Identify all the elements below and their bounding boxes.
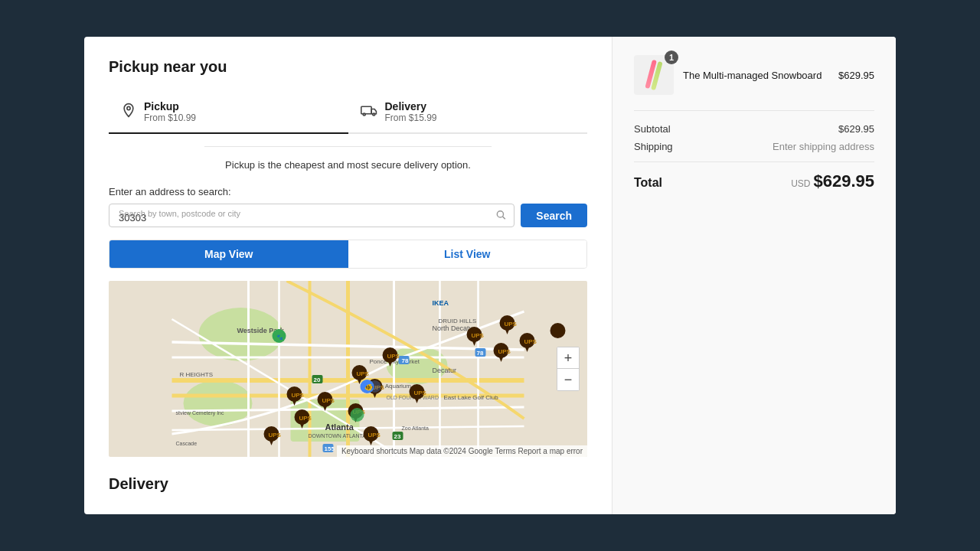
total-label: Total [634, 176, 662, 190]
svg-text:UPS: UPS [292, 392, 305, 399]
svg-text:155: 155 [325, 445, 335, 452]
svg-text:East Lake Golf Club: East Lake Golf Club [444, 394, 499, 401]
map-footer: Keyboard shortcuts Map data ©2024 Google… [337, 445, 587, 457]
delivery-label: Delivery [385, 100, 437, 112]
delivery-options: Pickup From $10.99 Delivery From $15.99 [109, 91, 587, 134]
pickup-option[interactable]: Pickup From $10.99 [109, 91, 348, 134]
list-view-tab[interactable]: List View [348, 240, 587, 268]
order-summary: Subtotal $629.95 Shipping Enter shipping… [634, 110, 874, 191]
svg-text:UPS: UPS [368, 432, 381, 439]
zoom-out-button[interactable]: − [557, 369, 579, 390]
map-svg: Westside Park North Decatur Decatur R HE… [109, 281, 587, 457]
svg-text:UPS: UPS [299, 415, 312, 422]
svg-text:Decatur: Decatur [433, 367, 457, 374]
main-container: Pickup near you Pickup From $10.99 [84, 37, 896, 514]
svg-text:DOWNTOWN ATLANTA: DOWNTOWN ATLANTA [309, 433, 367, 439]
total-currency: USD [791, 178, 810, 189]
search-row: Search by town, postcode or city Search [109, 204, 587, 227]
svg-text:78: 78 [477, 350, 484, 357]
svg-text:23: 23 [394, 433, 401, 440]
svg-text:🐠: 🐠 [364, 383, 374, 392]
svg-text:20: 20 [314, 377, 321, 383]
pickup-icon [121, 103, 136, 122]
search-icon [495, 209, 506, 222]
delivery-icon [361, 103, 377, 122]
svg-point-83 [351, 408, 364, 422]
svg-point-46 [550, 323, 566, 338]
svg-text:DRUID HILLS: DRUID HILLS [439, 318, 477, 324]
pickup-option-text: Pickup From $10.99 [144, 100, 196, 123]
svg-line-5 [503, 217, 505, 219]
svg-text:Atlanta: Atlanta [325, 422, 354, 432]
info-text: Pickup is the cheapest and most secure d… [109, 159, 587, 171]
svg-text:Zoo Atlanta: Zoo Atlanta [402, 425, 430, 431]
address-label: Enter an address to search: [109, 186, 587, 197]
page-title: Pickup near you [109, 58, 587, 76]
svg-point-0 [127, 106, 130, 109]
svg-text:UPS: UPS [414, 390, 427, 396]
item-image-wrapper: 1 [634, 55, 674, 95]
subtotal-value: $629.95 [838, 123, 874, 135]
right-panel: 1 The Multi-managed Snowboard $629.95 Su… [612, 37, 896, 514]
svg-text:R HEIGHTS: R HEIGHTS [180, 371, 214, 378]
svg-point-4 [498, 210, 504, 217]
svg-text:UPS: UPS [505, 321, 518, 328]
order-item: 1 The Multi-managed Snowboard $629.95 [634, 55, 874, 95]
pickup-label: Pickup [144, 100, 196, 112]
svg-text:UPS: UPS [387, 353, 400, 360]
item-name: The Multi-managed Snowboard [683, 70, 829, 81]
zoom-in-button[interactable]: + [557, 347, 579, 369]
svg-text:UPS: UPS [322, 397, 335, 404]
svg-rect-1 [361, 106, 371, 113]
map-container: Westside Park North Decatur Decatur R HE… [109, 281, 587, 457]
delivery-price: From $15.99 [385, 112, 437, 123]
divider [204, 146, 492, 147]
delivery-option[interactable]: Delivery From $15.99 [348, 91, 588, 134]
svg-text:UPS: UPS [472, 332, 485, 339]
total-amount: $629.95 [813, 171, 874, 191]
item-price: $629.95 [838, 70, 874, 81]
snowboard-illustration [645, 60, 662, 90]
total-value-wrapper: USD $629.95 [791, 171, 874, 191]
total-row: Total USD $629.95 [634, 161, 874, 191]
shipping-value: Enter shipping address [773, 141, 874, 152]
item-quantity-badge: 1 [665, 51, 678, 64]
map-controls: + − [557, 347, 580, 391]
search-button[interactable]: Search [521, 204, 587, 227]
subtotal-label: Subtotal [634, 123, 671, 135]
svg-text:stview Cemetery Inc: stview Cemetery Inc [176, 410, 225, 416]
svg-text:UPS: UPS [524, 338, 537, 345]
delivery-section-title: Delivery [109, 475, 587, 493]
map-view-tab[interactable]: Map View [109, 240, 348, 268]
delivery-option-text: Delivery From $15.99 [385, 100, 437, 123]
left-panel: Pickup near you Pickup From $10.99 [84, 37, 612, 514]
search-input[interactable] [109, 204, 514, 227]
svg-text:UPS: UPS [357, 370, 370, 377]
svg-text:IKEA: IKEA [433, 299, 449, 307]
view-tabs: Map View List View [109, 240, 587, 269]
svg-text:78: 78 [402, 357, 409, 364]
search-input-wrapper: Search by town, postcode or city [109, 204, 514, 227]
svg-text:Cascade: Cascade [176, 441, 198, 446]
shipping-label: Shipping [634, 141, 673, 152]
pickup-price: From $10.99 [144, 112, 196, 123]
svg-point-7 [199, 308, 283, 361]
shipping-row: Shipping Enter shipping address [634, 141, 874, 152]
svg-text:UPS: UPS [498, 348, 511, 355]
subtotal-row: Subtotal $629.95 [634, 123, 874, 135]
svg-text:UPS: UPS [269, 432, 282, 439]
svg-text:🐾: 🐾 [276, 334, 283, 341]
